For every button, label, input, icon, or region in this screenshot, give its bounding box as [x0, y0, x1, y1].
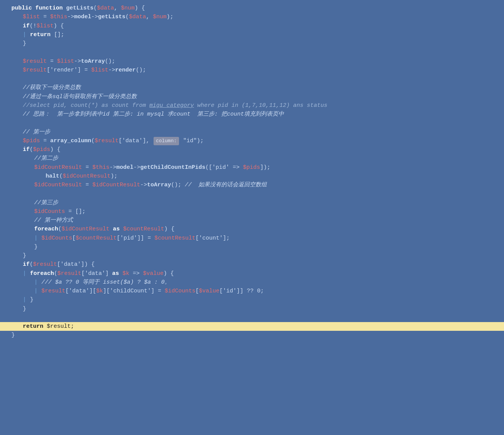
code-line — [0, 75, 504, 83]
code-line: $idCounts = []; — [0, 207, 504, 216]
code-line: $list = $this->model->getLists($data, $n… — [0, 13, 504, 21]
code-line — [0, 119, 504, 127]
code-line: |/// $a ?? 0 等同于 isset($a) ? $a : 0。 — [0, 278, 504, 287]
code-line — [0, 48, 504, 57]
code-line: if($pids) { — [0, 145, 504, 154]
code-line: //获取下一级分类总数 — [0, 83, 504, 92]
code-editor: public function getLists($data, $num) { … — [0, 0, 504, 435]
code-line: } — [0, 331, 504, 340]
code-line: halt($idCountResult); — [0, 172, 504, 181]
code-line — [0, 313, 504, 322]
code-line: //第二步 — [0, 154, 504, 163]
code-line: |$result['data'][$k]['childCount'] = $id… — [0, 287, 504, 295]
code-line: $idCountResult = $idCountResult->toArray… — [0, 181, 504, 189]
code-line: // 第一种方式 — [0, 216, 504, 225]
code-line: $result['render'] = $list->render(); — [0, 66, 504, 75]
code-line: |return []; — [0, 30, 504, 39]
code-line: |} — [0, 295, 504, 304]
column-badge: column: — [154, 137, 179, 145]
code-line: if(!$list) { — [0, 22, 504, 30]
code-line: $idCountResult = $this->model->getChildC… — [0, 163, 504, 172]
code-line: //第三步 — [0, 198, 504, 207]
code-line — [0, 189, 504, 198]
code-line: |$idCounts[$countResult['pid']] = $count… — [0, 234, 504, 243]
code-line: $result = $list->toArray(); — [0, 57, 504, 66]
code-line: // 第一步 — [0, 128, 504, 137]
code-line: foreach($idCountResult as $countResult) … — [0, 225, 504, 233]
code-line: //通过一条sql语句获取所有下一级分类总数 — [0, 92, 504, 101]
code-line-highlighted: return $result; — [0, 322, 504, 331]
code-line: // 思路： 第一步拿到列表中id 第二步: in mysql 求count 第… — [0, 110, 504, 119]
code-line: } — [0, 243, 504, 251]
code-line: public function getLists($data, $num) { — [0, 4, 504, 13]
code-line: } — [0, 251, 504, 260]
code-line: $pids = array_column($result['data'], co… — [0, 137, 504, 145]
code-line: //select pid, count(*) as count from mig… — [0, 101, 504, 110]
code-line: } — [0, 39, 504, 48]
code-line: } — [0, 305, 504, 313]
code-line: |foreach($result['data'] as $k => $value… — [0, 269, 504, 278]
code-line: if($result['data']) { — [0, 260, 504, 269]
